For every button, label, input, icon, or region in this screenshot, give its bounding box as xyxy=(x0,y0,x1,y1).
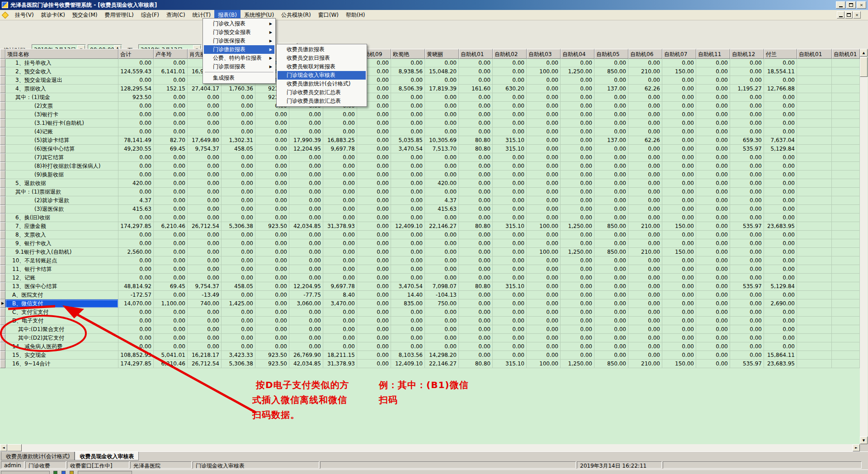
table-cell[interactable]: 0.00 xyxy=(662,76,696,85)
table-cell[interactable]: 2,690.00 xyxy=(764,299,797,308)
table-cell[interactable]: 923.50 xyxy=(118,93,154,102)
table-cell[interactable]: 0.00 xyxy=(493,325,527,334)
table-cell[interactable]: 80.80 xyxy=(459,222,493,231)
table-cell[interactable]: 0.00 xyxy=(459,342,493,351)
table-cell[interactable]: 0.00 xyxy=(561,145,594,153)
column-header[interactable]: 自助机11 xyxy=(696,49,730,59)
table-cell[interactable]: 0.00 xyxy=(154,188,188,196)
table-cell[interactable]: 0.00 xyxy=(154,274,188,282)
table-cell[interactable]: 0.00 xyxy=(527,110,561,119)
table-cell[interactable]: 0.00 xyxy=(594,308,628,317)
table-cell[interactable]: 0.00 xyxy=(459,93,493,102)
table-cell[interactable]: 0.00 xyxy=(459,231,493,239)
column-header[interactable]: 项目名称 xyxy=(5,49,118,59)
table-cell[interactable] xyxy=(797,360,832,368)
table-cell[interactable]: 0.00 xyxy=(628,119,662,128)
table-cell[interactable]: 6,210.46 xyxy=(154,360,188,368)
table-cell[interactable]: 0.00 xyxy=(527,342,561,351)
table-cell[interactable]: 80.80 xyxy=(459,360,493,368)
table-cell[interactable]: 0.00 xyxy=(154,171,188,179)
table-cell[interactable]: 80.80 xyxy=(459,282,493,291)
table-cell[interactable]: 0.00 xyxy=(357,179,391,188)
table-cell[interactable]: 100.00 xyxy=(527,222,561,231)
table-cell[interactable]: 0.00 xyxy=(425,317,459,325)
table-cell[interactable]: 0.00 xyxy=(118,110,154,119)
column-header[interactable]: 自助机03 xyxy=(527,49,561,59)
table-cell[interactable]: 0.00 xyxy=(628,274,662,282)
table-cell[interactable]: 0.00 xyxy=(594,239,628,248)
table-cell[interactable]: 5,129.84 xyxy=(764,145,797,153)
menu-item[interactable]: 门诊缴款报表▶ xyxy=(204,45,274,54)
table-cell[interactable]: 0.00 xyxy=(628,334,662,342)
table-cell[interactable]: 0.00 xyxy=(323,274,357,282)
table-cell[interactable]: 0.00 xyxy=(628,153,662,162)
table-cell[interactable]: 0.00 xyxy=(188,308,222,317)
table-cell[interactable]: 0.00 xyxy=(493,171,527,179)
table-cell[interactable]: 0.00 xyxy=(188,153,222,162)
row-label-cell[interactable]: 6、换(旧)收据 xyxy=(5,213,118,222)
table-cell[interactable]: 1,250.00 xyxy=(561,360,594,368)
table-cell[interactable]: 0.00 xyxy=(188,317,222,325)
table-cell[interactable]: 0.00 xyxy=(357,265,391,274)
table-cell[interactable]: 0.00 xyxy=(662,325,696,334)
submenu-item[interactable]: 收费员银联对账报表 xyxy=(278,62,366,71)
horizontal-scrollbar[interactable]: ◄ ► xyxy=(0,444,860,451)
menu-item[interactable]: 门诊票据报表▶ xyxy=(204,62,274,71)
table-cell[interactable]: 0.00 xyxy=(628,205,662,213)
table-cell[interactable]: 0.00 xyxy=(696,291,730,299)
table-cell[interactable]: 0.00 xyxy=(594,213,628,222)
table-cell[interactable]: 0.00 xyxy=(764,248,797,256)
table-cell[interactable]: 0.00 xyxy=(188,188,222,196)
column-header[interactable]: 合计 xyxy=(118,49,154,59)
table-cell[interactable]: 0.00 xyxy=(357,291,391,299)
table-cell[interactable]: 0.00 xyxy=(154,317,188,325)
table-cell[interactable]: 0.00 xyxy=(594,317,628,325)
table-cell[interactable]: 0.00 xyxy=(289,325,323,334)
table-cell[interactable] xyxy=(832,110,860,119)
table-cell[interactable]: 835.00 xyxy=(391,299,425,308)
table-cell[interactable]: 31,378.93 xyxy=(323,360,357,368)
table-cell[interactable]: 0.00 xyxy=(696,231,730,239)
table-cell[interactable] xyxy=(832,171,860,179)
table-cell[interactable]: 0.00 xyxy=(255,308,289,317)
table-cell[interactable]: 0.00 xyxy=(255,256,289,265)
table-cell[interactable]: 0.00 xyxy=(154,119,188,128)
table-cell[interactable]: 420.00 xyxy=(425,179,459,188)
submenu-item[interactable]: 收费员交款日报表 xyxy=(278,54,366,62)
table-cell[interactable]: 0.00 xyxy=(118,59,154,67)
table-cell[interactable]: 0.00 xyxy=(628,291,662,299)
table-cell[interactable] xyxy=(797,205,832,213)
table-cell[interactable]: 0.00 xyxy=(527,274,561,282)
table-cell[interactable]: 0.00 xyxy=(493,299,527,308)
table-cell[interactable]: 0.00 xyxy=(391,274,425,282)
table-cell[interactable]: 0.00 xyxy=(493,110,527,119)
table-cell[interactable]: 415.63 xyxy=(425,205,459,213)
table-cell[interactable]: 0.00 xyxy=(730,231,764,239)
row-label-cell[interactable]: 其中:(D2)其它支付 xyxy=(5,334,118,342)
table-cell[interactable]: 0.00 xyxy=(628,325,662,334)
table-cell[interactable]: 0.00 xyxy=(188,239,222,248)
table-cell[interactable]: 0.00 xyxy=(527,188,561,196)
row-label-cell[interactable]: C、支付宝支付 xyxy=(5,308,118,317)
table-cell[interactable]: 0.00 xyxy=(222,274,255,282)
table-cell[interactable]: 923.50 xyxy=(255,360,289,368)
table-cell[interactable]: 0.00 xyxy=(628,145,662,153)
column-header[interactable]: 自助机07 xyxy=(662,49,696,59)
table-cell[interactable]: 210.00 xyxy=(628,222,662,231)
table-cell[interactable]: 0.00 xyxy=(730,128,764,136)
table-cell[interactable]: 659.30 xyxy=(730,136,764,145)
table-cell[interactable]: 0.00 xyxy=(391,248,425,256)
table-cell[interactable]: 0.00 xyxy=(255,136,289,145)
table-cell[interactable]: 0.00 xyxy=(391,196,425,205)
table-cell[interactable]: 0.00 xyxy=(594,76,628,85)
table-cell[interactable]: 0.00 xyxy=(561,274,594,282)
table-cell[interactable]: 0.00 xyxy=(696,342,730,351)
table-cell[interactable]: 0.00 xyxy=(357,342,391,351)
table-cell[interactable]: 0.00 xyxy=(730,274,764,282)
table-cell[interactable]: 0.00 xyxy=(255,188,289,196)
table-cell[interactable]: 0.00 xyxy=(118,128,154,136)
row-label-cell[interactable]: 7、应缴金额 xyxy=(5,222,118,231)
table-cell[interactable]: 0.00 xyxy=(527,179,561,188)
table-cell[interactable]: 0.00 xyxy=(696,162,730,171)
table-cell[interactable]: 0.00 xyxy=(255,317,289,325)
